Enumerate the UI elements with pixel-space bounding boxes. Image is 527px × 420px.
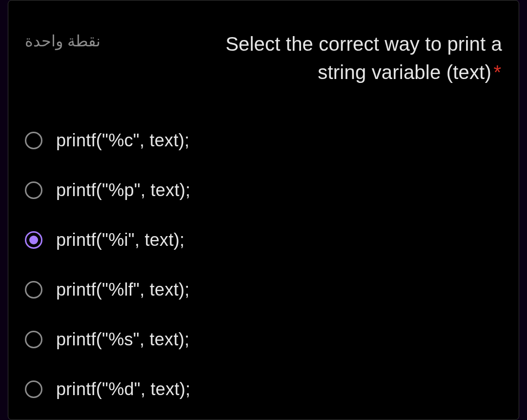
question-card: نقطة واحدة Select the correct way to pri… — [8, 0, 519, 420]
option-row[interactable]: printf("%lf", text); — [25, 280, 502, 300]
radio-button[interactable] — [25, 331, 42, 348]
required-indicator: * — [493, 61, 501, 83]
radio-button[interactable] — [25, 181, 42, 199]
option-label: printf("%i", text); — [56, 230, 184, 250]
option-label: printf("%d", text); — [56, 379, 190, 400]
option-label: printf("%lf", text); — [56, 280, 190, 300]
points-label: نقطة واحدة — [25, 30, 101, 50]
radio-button-selected[interactable] — [25, 231, 42, 249]
options-list: printf("%c", text); printf("%p", text); … — [25, 130, 502, 400]
radio-button[interactable] — [25, 281, 42, 299]
question-text-line2: string variable (text) — [318, 61, 491, 83]
option-label: printf("%s", text); — [56, 329, 189, 350]
radio-button[interactable] — [25, 380, 42, 398]
option-row[interactable]: printf("%c", text); — [25, 130, 502, 151]
question-text-line1: Select the correct way to print a — [225, 33, 502, 55]
option-row[interactable]: printf("%d", text); — [25, 379, 502, 400]
question-header: نقطة واحدة Select the correct way to pri… — [25, 30, 502, 86]
option-label: printf("%c", text); — [56, 130, 189, 151]
option-row[interactable]: printf("%p", text); — [25, 180, 502, 200]
radio-button[interactable] — [25, 132, 42, 149]
option-row[interactable]: printf("%i", text); — [25, 230, 502, 250]
option-row[interactable]: printf("%s", text); — [25, 329, 502, 350]
option-label: printf("%p", text); — [56, 180, 190, 200]
question-text-wrap: Select the correct way to print a * stri… — [120, 30, 502, 86]
